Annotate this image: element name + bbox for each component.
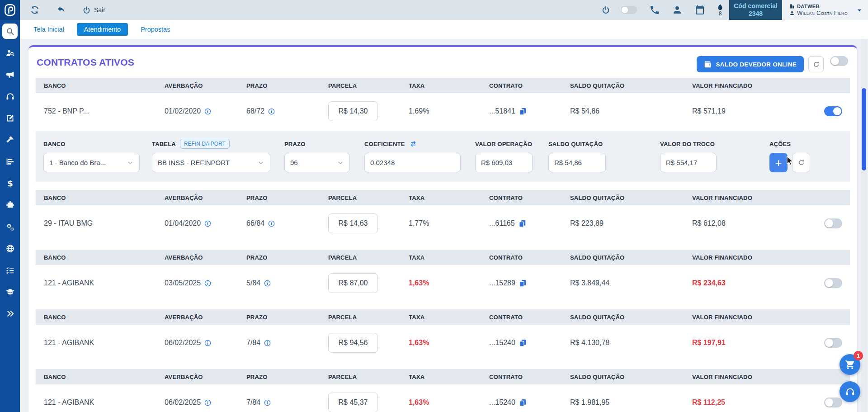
cart-fab[interactable]: 1	[840, 354, 860, 375]
sidebar-item-gears[interactable]	[2, 219, 18, 234]
sidebar-item-user-search[interactable]	[2, 45, 18, 61]
refresh-icon	[797, 159, 805, 166]
parcela-input[interactable]	[328, 273, 378, 293]
sidebar-item-graduation-cap[interactable]	[2, 284, 18, 299]
caret-down-icon[interactable]	[856, 7, 863, 14]
user-menu[interactable]: DATWEB Willan Costa Filho	[782, 0, 868, 20]
support-fab[interactable]	[840, 381, 860, 402]
phone-icon[interactable]	[649, 5, 660, 15]
col-header-banco: BANCO	[36, 194, 165, 201]
sim-label-coeficiente: COEFICIENTE	[364, 141, 405, 147]
sim-prazo-value: 96	[290, 159, 298, 166]
copy-icon[interactable]	[519, 279, 527, 288]
contract-toggle[interactable]	[824, 398, 842, 407]
saldo-quitacao-input[interactable]	[548, 153, 606, 172]
info-icon[interactable]	[268, 108, 275, 115]
sidebar-item-edit[interactable]	[2, 110, 18, 126]
search-icon	[5, 27, 15, 36]
status-toggle[interactable]	[621, 6, 637, 14]
power-toggle-icon[interactable]	[601, 5, 610, 14]
sim-banco-value: 1 - Banco do Bra...	[49, 159, 106, 166]
copy-icon[interactable]	[518, 219, 527, 228]
undo-button[interactable]	[56, 5, 66, 15]
refin-da-port-chip[interactable]: REFIN DA PORT	[180, 139, 230, 149]
flame-counter[interactable]: 8	[717, 4, 724, 16]
info-icon[interactable]	[204, 108, 212, 115]
col-header-averbacao: AVERBAÇÃO	[165, 194, 246, 201]
add-simulation-button[interactable]: +	[769, 153, 788, 172]
contract-toggle[interactable]	[824, 338, 842, 348]
contract-bank: 121 - AGIBANK	[44, 339, 94, 347]
contract-averbacao: 06/02/2025	[165, 398, 201, 407]
parcela-input[interactable]	[328, 333, 378, 353]
saldo-devedor-online-button[interactable]: SALDO DEVEDOR ONLINE	[697, 56, 804, 72]
tab-tela-inicial[interactable]: Tela Inicial	[26, 23, 71, 36]
sidebar-item-chart-bars[interactable]	[2, 154, 18, 169]
parcela-input[interactable]	[328, 213, 378, 233]
info-icon[interactable]	[264, 339, 271, 347]
col-header-valor-financiado: VALOR FINANCIADO	[692, 254, 816, 261]
checklist-icon	[5, 265, 15, 275]
copy-icon[interactable]	[519, 398, 527, 407]
col-header-contrato: CONTRATO	[489, 254, 570, 261]
info-icon[interactable]	[204, 339, 212, 347]
sidebar-item-search[interactable]	[2, 24, 18, 39]
copy-icon[interactable]	[519, 339, 527, 347]
toggle-knob	[833, 107, 841, 115]
info-icon[interactable]	[204, 220, 212, 227]
sim-label-acoes: AÇÕES	[769, 141, 791, 147]
scrollbar-thumb[interactable]	[862, 88, 866, 170]
contract-toggle[interactable]	[824, 106, 842, 116]
copy-icon[interactable]	[519, 107, 527, 116]
headset-icon	[5, 92, 15, 101]
swap-icon[interactable]	[409, 140, 417, 148]
sidebar-item-checklist[interactable]	[2, 262, 18, 278]
sidebar-item-double-chevron-right[interactable]	[2, 306, 18, 321]
sim-banco-select[interactable]: 1 - Banco do Bra...	[43, 153, 140, 172]
saldo-online-toggle[interactable]	[830, 56, 848, 66]
app-logo[interactable]	[0, 0, 20, 20]
sim-tabela-select[interactable]: BB INSS - REFINPORT	[152, 153, 270, 172]
toggle-knob	[825, 398, 833, 407]
contract-toggle[interactable]	[824, 278, 842, 288]
hammer-icon	[5, 135, 15, 145]
sidebar-item-megaphone[interactable]	[2, 67, 18, 82]
info-icon[interactable]	[204, 279, 212, 287]
calendar-icon[interactable]	[694, 5, 705, 15]
contract-table: BANCO AVERBAÇÃO PRAZO PARCELA TAXA CONTR…	[36, 250, 850, 301]
contract-valor-financiado: R$ 112,25	[692, 398, 725, 407]
table-header-row: BANCO AVERBAÇÃO PRAZO PARCELA TAXA CONTR…	[36, 369, 850, 384]
recalculate-button[interactable]	[792, 153, 810, 172]
power-icon	[82, 6, 91, 14]
contract-toggle[interactable]	[824, 218, 842, 228]
tab-atendimento[interactable]: Atendimento	[77, 23, 128, 36]
sidebar-item-dollar[interactable]	[2, 175, 18, 191]
sim-label-tabela: TABELA	[152, 141, 176, 147]
valor-operacao-input[interactable]	[475, 153, 533, 172]
parcela-input[interactable]	[328, 393, 378, 412]
tab-propostas[interactable]: Propostas	[133, 23, 177, 36]
coeficiente-input[interactable]	[364, 153, 461, 172]
double-chevron-right-icon	[5, 309, 15, 318]
info-icon[interactable]	[204, 399, 212, 407]
refresh-saldo-button[interactable]	[808, 56, 824, 72]
cart-icon	[845, 360, 855, 370]
valor-troco-input[interactable]	[660, 153, 717, 172]
contract-table: BANCO AVERBAÇÃO PRAZO PARCELA TAXA CONTR…	[36, 78, 850, 182]
refresh-button[interactable]	[30, 5, 40, 15]
logout-button[interactable]: Sair	[82, 6, 105, 14]
sidebar-item-headset[interactable]	[2, 89, 18, 104]
sidebar-item-globe[interactable]	[2, 241, 18, 256]
person-icon[interactable]	[672, 5, 683, 15]
info-icon[interactable]	[264, 399, 271, 407]
col-header-parcela: PARCELA	[328, 194, 409, 201]
col-header-valor-financiado: VALOR FINANCIADO	[692, 374, 816, 380]
info-icon[interactable]	[264, 279, 271, 287]
col-header-taxa: TAXA	[409, 82, 489, 89]
sim-prazo-select[interactable]: 96	[284, 153, 350, 172]
sidebar-item-hammer[interactable]	[2, 132, 18, 147]
sidebar-item-puzzle[interactable]	[2, 197, 18, 213]
chevron-down-icon	[127, 159, 134, 166]
parcela-input[interactable]	[328, 101, 378, 121]
info-icon[interactable]	[268, 220, 275, 227]
